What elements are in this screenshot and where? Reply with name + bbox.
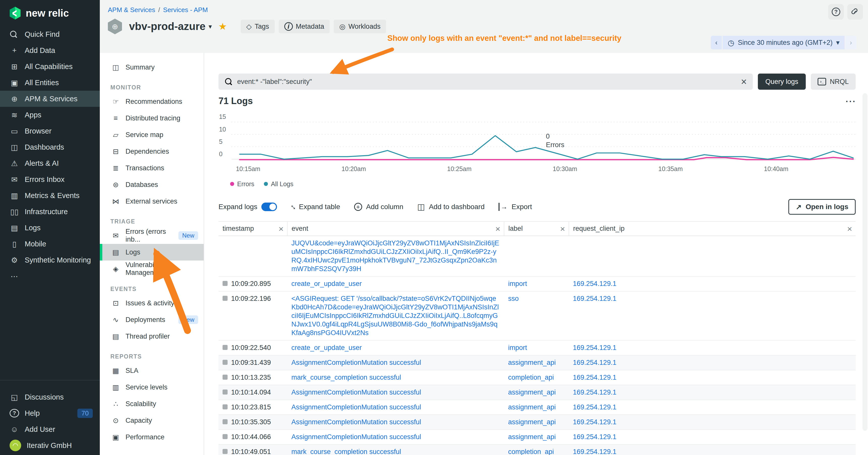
ip-link[interactable]: 169.254.129.1 [573,359,617,366]
sidebar-item-add-user[interactable]: ☺Add User [0,421,100,437]
column-header-label[interactable]: label× [504,222,569,236]
subnav-item-distributed-tracing[interactable]: ≡Distributed tracing [100,110,204,127]
subnav-item-transactions[interactable]: ≣Transactions [100,160,204,176]
event-link[interactable]: create_or_update_user [291,344,362,352]
event-link[interactable]: create_or_update_user [291,280,362,288]
remove-column-event-button[interactable]: × [495,225,500,233]
sidebar-item-errors-inbox[interactable]: ✉Errors Inbox [0,171,100,188]
vertical-scrollbar[interactable] [863,93,868,431]
subnav-item-recommendations[interactable]: ☞Recommendations [100,93,204,110]
copy-link-button[interactable] [847,4,863,20]
row-select-handle[interactable] [222,434,227,439]
label-link[interactable]: sso [508,295,519,302]
time-forward-button[interactable]: › [845,36,857,50]
new-relic-logo[interactable]: new relic [0,0,100,26]
workloads-button[interactable]: ◎Workloads [334,20,386,33]
remove-column-request_client_ip-button[interactable]: × [847,225,852,233]
event-link[interactable]: AssignmentCompletionMutation successful [291,433,421,441]
metadata-button[interactable]: Metadata [279,20,330,33]
sidebar-item-account[interactable]: Iterativ GmbH [0,437,100,454]
label-link[interactable]: assignment_api [508,359,556,366]
nrql-button[interactable]: NRQL [811,73,856,90]
sidebar-item-help[interactable]: Help70 [0,405,100,421]
subnav-item-logs[interactable]: ▤Logs [100,244,204,260]
subnav-item-service-map[interactable]: ▱Service map [100,127,204,143]
row-select-handle[interactable] [222,419,227,424]
column-header-timestamp[interactable]: timestamp× [218,222,287,236]
label-link[interactable]: completion_api [508,448,554,455]
subnav-item-thread-profiler[interactable]: ▤Thread profiler [100,328,204,345]
ip-link[interactable]: 169.254.129.1 [573,418,617,426]
subnav-item-summary[interactable]: ◫Summary [100,59,204,75]
chevron-down-icon[interactable]: ▾ [209,23,212,31]
label-link[interactable]: assignment_api [508,418,556,426]
row-select-handle[interactable] [222,281,227,286]
add-column-button[interactable]: Add column [354,203,403,211]
breadcrumb-link[interactable]: Services - APM [163,6,208,13]
subnav-item-dependencies[interactable]: ⊟Dependencies [100,143,204,160]
open-in-logs-button[interactable]: Open in logs [788,199,856,215]
breadcrumb-link[interactable]: APM & Services [108,6,155,13]
remove-column-timestamp-button[interactable]: × [279,225,283,233]
subnav-item-vulnerability-management[interactable]: ◈Vulnerability Management [100,260,204,277]
event-link[interactable]: AssignmentCompletionMutation successful [291,389,421,396]
favorite-star-button[interactable]: ★ [218,21,227,32]
row-select-handle[interactable] [222,296,227,301]
sidebar-item-apm-services[interactable]: ⊕APM & Services [0,91,100,107]
row-select-handle[interactable] [222,360,227,365]
subnav-item-scalability[interactable]: ∴Scalability [100,395,204,412]
subnav-item-sla[interactable]: ▦SLA [100,362,204,379]
label-link[interactable]: completion_api [508,373,554,381]
sidebar-item-browser[interactable]: ▭Browser [0,123,100,139]
sidebar-item-quick-find[interactable]: Quick Find [0,26,100,42]
sidebar-item-mobile[interactable]: ▯Mobile [0,236,100,252]
subnav-item-issues-activity[interactable]: ⊡Issues & activity [100,295,204,312]
subnav-item-capacity[interactable]: ⊙Capacity [100,412,204,429]
ip-link[interactable]: 169.254.129.1 [573,344,617,352]
subnav-item-databases[interactable]: ⊜Databases [100,176,204,193]
subnav-item-service-levels[interactable]: ▥Service levels [100,379,204,395]
column-header-event[interactable]: event× [287,222,504,236]
legend-all-logs[interactable]: All Logs [264,181,293,188]
sidebar-item-metrics-events[interactable]: ▥Metrics & Events [0,188,100,203]
event-link[interactable]: <ASGIRequest: GET '/sso/callback/?state=… [291,295,499,336]
sidebar-item-all-entities[interactable]: ▣All Entities [0,74,100,91]
label-link[interactable]: import [508,280,527,288]
sidebar-item-logs[interactable]: ▤Logs [0,220,100,236]
ip-link[interactable]: 169.254.129.1 [573,280,617,288]
event-link[interactable]: mark_course_completion successful [291,373,401,381]
log-query-input[interactable] [237,78,737,86]
ip-link[interactable]: 169.254.129.1 [573,403,617,411]
label-link[interactable]: assignment_api [508,389,556,396]
query-logs-button[interactable]: Query logs [758,73,806,90]
legend-errors[interactable]: Errors [230,181,254,188]
time-range-button[interactable]: ◷ Since 30 minutes ago (GMT+2) ▾ [722,36,844,50]
ip-link[interactable]: 169.254.129.1 [573,389,617,396]
ip-link[interactable]: 169.254.129.1 [573,295,617,302]
more-options-button[interactable]: ⋯ [845,98,856,104]
entity-title[interactable]: vbv-prod-azure [129,21,206,32]
sidebar-item-discussions[interactable]: ◱Discussions [0,389,100,405]
event-link[interactable]: AssignmentCompletionMutation successful [291,418,421,426]
sidebar-item-more[interactable]: ⋯ [0,268,100,284]
event-link[interactable]: JUQVU&code=eyJraWQiOiJjcGltY29yZV8wOTI1M… [291,239,499,272]
sidebar-item-apps[interactable]: ≋Apps [0,107,100,123]
expand-table-button[interactable]: Expand table [291,202,340,212]
row-select-handle[interactable] [222,345,227,350]
sidebar-item-alerts-ai[interactable]: ⚠Alerts & AI [0,155,100,171]
remove-column-label-button[interactable]: × [560,225,565,233]
event-link[interactable]: AssignmentCompletionMutation successful [291,359,421,366]
export-button[interactable]: Export [498,203,532,211]
event-link[interactable]: AssignmentCompletionMutation successful [291,403,421,411]
clear-query-button[interactable]: × [741,76,747,87]
column-header-request_client_ip[interactable]: request_client_ip× [569,222,856,236]
add-to-dashboard-button[interactable]: ◫ Add to dashboard [417,202,485,212]
sidebar-item-infrastructure[interactable]: ▯▯Infrastructure [0,203,100,220]
row-select-handle[interactable] [222,375,227,380]
time-back-button[interactable]: ‹ [711,36,722,50]
sidebar-item-add-data[interactable]: +Add Data [0,42,100,59]
help-button[interactable] [828,4,844,20]
subnav-item-performance[interactable]: ▣Performance [100,429,204,446]
subnav-item-external-services[interactable]: ⋈External services [100,193,204,209]
expand-logs-toggle[interactable] [261,202,277,211]
